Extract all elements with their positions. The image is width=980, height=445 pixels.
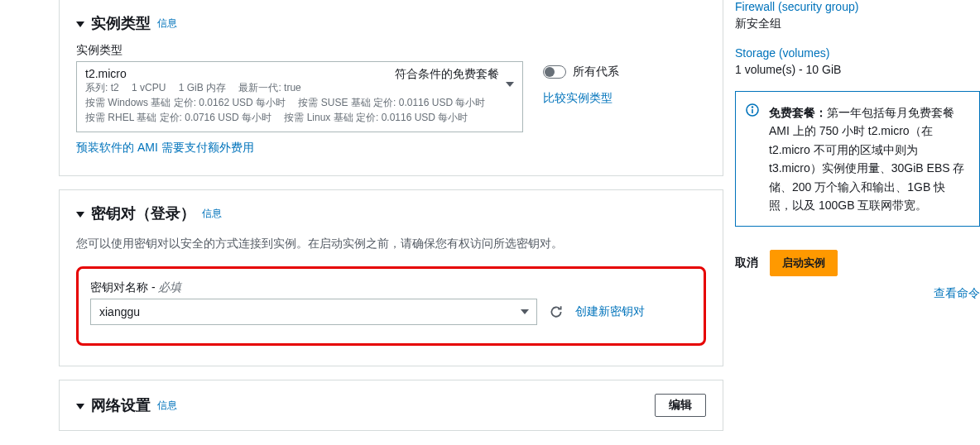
create-keypair-link[interactable]: 创建新密钥对 [575, 304, 645, 319]
refresh-icon[interactable] [549, 304, 564, 319]
keypair-highlight-box: 密钥对名称 - 必填 xianggu 创建新密钥对 [76, 266, 706, 346]
free-tier-label: 免费套餐： [769, 106, 827, 119]
ami-extra-fee-link[interactable]: 预装软件的 AMI 需要支付额外费用 [76, 141, 254, 154]
keypair-name-label: 密钥对名称 - 必填 [90, 280, 692, 295]
action-row: 取消 启动实例 [735, 250, 980, 276]
keypair-panel: 密钥对（登录） 信息 您可以使用密钥对以安全的方式连接到实例。在启动实例之前，请… [59, 189, 723, 366]
instance-type-panel: 实例类型 信息 实例类型 符合条件的免费套餐 t2.micro 系列: t2 1… [59, 0, 723, 176]
network-settings-panel: 网络设置 信息 编辑 [59, 380, 723, 431]
instance-type-select[interactable]: 符合条件的免费套餐 t2.micro 系列: t2 1 vCPU 1 GiB 内… [76, 61, 523, 132]
summary-firewall-title[interactable]: Firewall (security group) [735, 0, 980, 13]
all-generations-toggle-row: 所有代系 [543, 65, 619, 79]
network-settings-header[interactable]: 网络设置 信息 编辑 [60, 380, 723, 420]
cancel-button[interactable]: 取消 [735, 256, 758, 270]
network-settings-info-link[interactable]: 信息 [157, 399, 177, 413]
free-tier-text: 第一年包括每月免费套餐 AMI 上的 750 小时 t2.micro（在 t2.… [769, 106, 965, 212]
free-tier-badge: 符合条件的免费套餐 [395, 67, 499, 82]
all-generations-label: 所有代系 [573, 65, 619, 79]
all-generations-toggle[interactable] [543, 65, 566, 79]
summary-storage-title[interactable]: Storage (volumes) [735, 46, 980, 60]
instance-meta: 系列: t2 1 vCPU 1 GiB 内存 最新一代: true [85, 80, 499, 95]
keypair-info-link[interactable]: 信息 [202, 207, 222, 221]
svg-point-2 [752, 107, 753, 108]
chevron-down-icon [521, 309, 529, 314]
instance-pricing-1: 按需 Windows 基础 定价: 0.0162 USD 每小时 按需 SUSE… [85, 95, 499, 110]
keypair-title: 密钥对（登录） [91, 203, 195, 223]
chevron-down-icon [506, 82, 514, 87]
caret-down-icon [76, 404, 84, 409]
instance-type-header[interactable]: 实例类型 信息 [60, 0, 723, 36]
free-tier-info-box: 免费套餐：第一年包括每月免费套餐 AMI 上的 750 小时 t2.micro（… [735, 91, 980, 227]
compare-instance-types-link[interactable]: 比较实例类型 [543, 91, 619, 106]
view-command-link[interactable]: 查看命令 [934, 286, 980, 299]
keypair-select[interactable]: xianggu [90, 299, 537, 325]
instance-type-info-link[interactable]: 信息 [157, 17, 177, 31]
instance-type-field-label: 实例类型 [76, 43, 706, 58]
edit-network-button[interactable]: 编辑 [655, 394, 706, 417]
keypair-selected-value: xianggu [99, 305, 140, 318]
network-settings-title: 网络设置 [91, 395, 151, 415]
instance-type-title: 实例类型 [91, 13, 151, 33]
info-icon [746, 103, 759, 117]
summary-firewall: Firewall (security group) 新安全组 [735, 0, 980, 31]
caret-down-icon [76, 212, 84, 218]
summary-storage-value: 1 volume(s) - 10 GiB [735, 63, 980, 76]
instance-pricing-2: 按需 RHEL 基础 定价: 0.0716 USD 每小时 按需 Linux 基… [85, 110, 499, 125]
keypair-description: 您可以使用密钥对以安全的方式连接到实例。在启动实例之前，请确保您有权访问所选密钥… [76, 237, 706, 251]
summary-storage: Storage (volumes) 1 volume(s) - 10 GiB [735, 46, 980, 76]
caret-down-icon [76, 22, 84, 27]
summary-firewall-value: 新安全组 [735, 17, 980, 31]
launch-instance-button[interactable]: 启动实例 [770, 250, 838, 276]
keypair-header[interactable]: 密钥对（登录） 信息 [60, 190, 723, 227]
